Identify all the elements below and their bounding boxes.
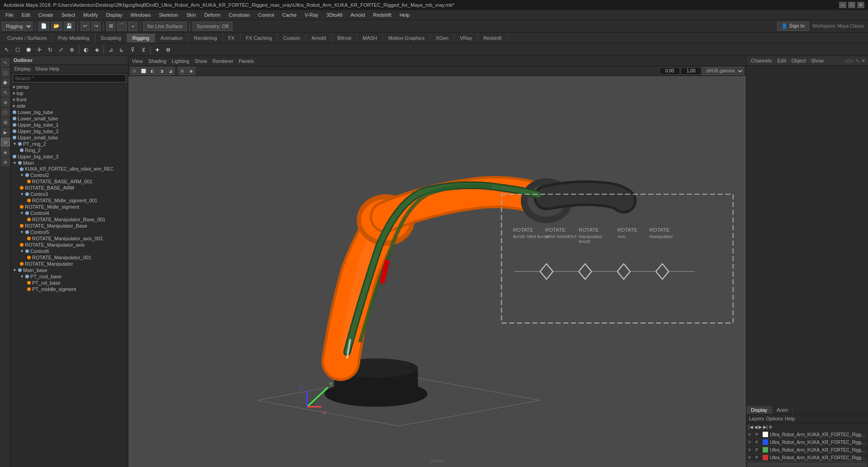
layer-p2[interactable]: P xyxy=(755,440,761,444)
layer-v3[interactable]: V xyxy=(748,448,754,452)
tree-rotate-manip-axis[interactable]: ROTATE_Manipulator_axis xyxy=(11,242,128,248)
tab-custom[interactable]: Custom xyxy=(278,33,306,43)
show-tab[interactable]: Show xyxy=(809,57,826,64)
layer-v1[interactable]: V xyxy=(748,432,754,437)
open-button[interactable]: 📂 xyxy=(51,22,62,31)
rotate-tool[interactable]: ↻ xyxy=(45,45,55,55)
tree-upper-big-tube-1[interactable]: Upper_big_tube_1 xyxy=(11,122,128,128)
tree-main-base[interactable]: ▼ Main_base xyxy=(11,267,128,273)
tree-upper-big-tube-2[interactable]: Upper_big_tube_2 xyxy=(11,128,128,134)
rig-tool3[interactable]: ⊽ xyxy=(127,45,137,55)
sidebar-rig[interactable]: ⊞ xyxy=(1,118,10,127)
show-manipulator[interactable]: ◈ xyxy=(92,45,102,55)
anim-tab[interactable]: Anim xyxy=(772,406,793,414)
vp-tool-perspective[interactable]: ⊡ xyxy=(130,67,138,75)
tab-xgen[interactable]: XGen xyxy=(430,33,454,43)
menu-vray[interactable]: V-Ray xyxy=(301,11,322,19)
tree-upper-big-tube-3[interactable]: Upper_big_tube_3 xyxy=(11,153,128,160)
layer-arrow-prev-prev[interactable]: |◀ xyxy=(748,424,753,429)
menu-create[interactable]: Create xyxy=(35,11,57,19)
paint-select[interactable]: ⬟ xyxy=(24,45,33,55)
sidebar-paint[interactable]: ⬟ xyxy=(1,78,10,87)
panel-close-icon[interactable]: ✕ xyxy=(861,58,865,64)
tree-persp[interactable]: ■ persp xyxy=(11,84,128,90)
universal-tool[interactable]: ⊕ xyxy=(67,45,77,55)
tab-redshift[interactable]: Redshift xyxy=(478,33,507,43)
tab-poly-modeling[interactable]: Poly Modeling xyxy=(52,33,95,43)
layer-v2[interactable]: V xyxy=(748,440,754,444)
tree-main[interactable]: ▼ Main xyxy=(11,160,128,166)
vp-menu-view[interactable]: View xyxy=(130,58,145,64)
move-tool[interactable]: ✛ xyxy=(34,45,44,55)
menu-select[interactable]: Select xyxy=(58,11,79,19)
vp-menu-show[interactable]: Show xyxy=(193,58,209,64)
menu-display[interactable]: Display xyxy=(103,11,126,19)
object-tab[interactable]: Object xyxy=(789,57,807,64)
tab-sculpting[interactable]: Sculpting xyxy=(95,33,127,43)
minimize-button[interactable]: ─ xyxy=(839,2,846,8)
panel-resize-icon2[interactable]: ▷ xyxy=(850,58,854,64)
tree-rotate-manip-axis-001[interactable]: ROTATE_Manipulator_axis_001 xyxy=(11,235,128,242)
menu-deform[interactable]: Deform xyxy=(201,11,224,19)
tree-pt-root-base[interactable]: ▼ PT_root_base xyxy=(11,273,128,280)
tree-rotate-manip-base-001[interactable]: ROTATE_Manipulator_Base_001 xyxy=(11,216,128,223)
tab-mash[interactable]: MASH xyxy=(357,33,383,43)
vp-val2[interactable] xyxy=(681,67,701,75)
close-button[interactable]: ✕ xyxy=(857,2,864,8)
menu-help[interactable]: Help xyxy=(396,11,414,19)
symmetry-button[interactable]: Symmetry: Off xyxy=(193,22,232,31)
tree-control6[interactable]: ▼ Control6 xyxy=(11,248,128,254)
panel-resize-icon[interactable]: ◁ xyxy=(844,58,848,64)
sidebar-deform[interactable]: ⬡ xyxy=(1,108,10,117)
tree-rotate-midle[interactable]: ROTATE_Midle_sigment xyxy=(11,204,128,210)
menu-control[interactable]: Control xyxy=(255,11,278,19)
menu-modify[interactable]: Modify xyxy=(80,11,101,19)
sign-in-button[interactable]: 👤 Sign In xyxy=(777,22,809,31)
tree-pt-ring-2[interactable]: ▼ PT_ring_2 xyxy=(11,141,128,147)
options-menu[interactable]: Options xyxy=(766,416,783,421)
tree-rotate-base-arm-001[interactable]: ROTATE_BASE_ARM_001 xyxy=(11,178,128,185)
edit-tab[interactable]: Edit xyxy=(775,57,788,64)
menu-skin[interactable]: Skin xyxy=(183,11,199,19)
layer-arrow-last[interactable]: ⊕ xyxy=(769,424,772,429)
vp-tool-wireframe[interactable]: ⬜ xyxy=(139,67,147,75)
new-button[interactable]: 📄 xyxy=(38,22,49,31)
tab-animation[interactable]: Animation xyxy=(155,33,189,43)
viewport-canvas[interactable]: Y X Z ROTATE B xyxy=(128,76,746,467)
select-tool[interactable]: ↖ xyxy=(2,45,12,55)
redo-button[interactable]: ↪ xyxy=(91,22,100,31)
undo-button[interactable]: ↩ xyxy=(80,22,90,31)
tab-fx[interactable]: FX xyxy=(223,33,241,43)
menu-skeleton[interactable]: Skeleton xyxy=(155,11,182,19)
menu-constrain[interactable]: Constrain xyxy=(225,11,254,19)
tree-control4[interactable]: ▼ Control4 xyxy=(11,210,128,216)
layer-p3[interactable]: P xyxy=(755,448,761,452)
rig-tool2[interactable]: ⊾ xyxy=(117,45,127,55)
tab-vray[interactable]: VRay xyxy=(454,33,478,43)
save-button[interactable]: 💾 xyxy=(64,22,75,31)
vp-tool-grid[interactable]: ⊞ xyxy=(178,67,186,75)
snap-grid[interactable]: ⊞ xyxy=(106,22,115,31)
tab-arnold[interactable]: Arnold xyxy=(306,33,332,43)
remove-button[interactable]: ⊖ xyxy=(163,45,173,55)
sidebar-render[interactable]: ◈ xyxy=(1,148,10,157)
tab-rendering[interactable]: Rendering xyxy=(189,33,223,43)
menu-file[interactable]: File xyxy=(2,11,17,19)
tab-fx-caching[interactable]: FX Caching xyxy=(241,33,278,43)
display-tab[interactable]: Display xyxy=(746,406,772,414)
rig-tool1[interactable]: ⊿ xyxy=(106,45,116,55)
menu-arnold[interactable]: Arnold xyxy=(347,11,368,19)
search-input[interactable] xyxy=(13,74,126,82)
outliner-show-menu[interactable]: Show Help xyxy=(33,66,61,72)
vp-tool-shaded[interactable]: ◧ xyxy=(148,67,156,75)
tree-front[interactable]: ■ front xyxy=(11,96,128,103)
tree-top[interactable]: ■ top xyxy=(11,90,128,96)
help-menu[interactable]: Help xyxy=(785,416,795,421)
no-live-surface-button[interactable]: No Live Surface xyxy=(143,22,187,31)
layer-p4[interactable]: P xyxy=(755,455,761,460)
vp-val1[interactable] xyxy=(660,67,680,75)
layer-arrow-next-next[interactable]: ▶| xyxy=(763,424,768,429)
vp-menu-panels[interactable]: Panels xyxy=(237,58,256,64)
mode-selector[interactable]: Rigging xyxy=(2,22,33,31)
lasso-tool[interactable]: ⬡ xyxy=(13,45,23,55)
